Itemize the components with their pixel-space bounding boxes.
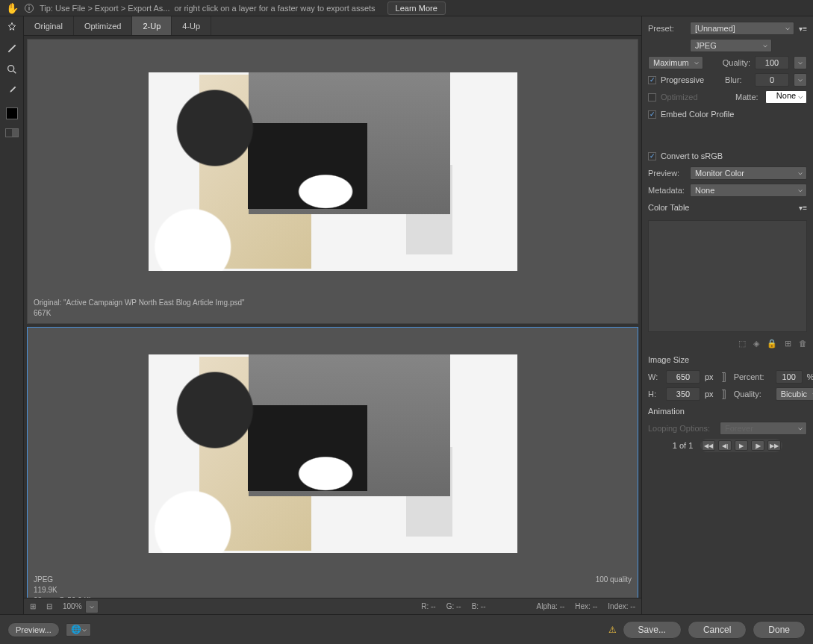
alpha-value: Alpha: -- [537, 602, 565, 610]
lock-icon[interactable]: 🔒 [767, 339, 777, 348]
embed-profile-checkbox[interactable] [648, 110, 656, 119]
compression-select[interactable]: Maximum [648, 56, 703, 69]
quality-dropdown[interactable] [794, 56, 807, 69]
ct-icon-1[interactable]: ⬚ [738, 339, 746, 348]
warning-icon[interactable]: ⚠ [608, 625, 617, 635]
preset-label: Preset: [648, 24, 685, 33]
status-bar: ⊞ ⊟ 100% R: -- G: -- B: -- Alpha: -- Hex… [24, 598, 641, 614]
percent-input[interactable] [776, 370, 803, 384]
width-input[interactable] [666, 370, 700, 384]
b-value: B: -- [472, 602, 486, 610]
ct-new-icon[interactable]: ⊞ [785, 339, 791, 348]
hand-icon: ✋ [6, 2, 19, 14]
convert-srgb-label: Convert to sRGB [661, 151, 723, 160]
optimized-checkbox [648, 93, 656, 101]
index-value: Index: -- [608, 602, 635, 610]
optimized-label: Optimized [661, 93, 698, 101]
width-label: W: [648, 372, 661, 381]
frame-indicator: 1 of 1 [673, 441, 694, 450]
original-title: Original: "Active Campaign WP North East… [34, 298, 632, 308]
zoom-value: 100% [63, 602, 82, 610]
image-size-title: Image Size [648, 352, 807, 367]
height-label: H: [648, 390, 661, 398]
foreground-color-swatch[interactable] [6, 107, 18, 119]
convert-srgb-checkbox[interactable] [648, 152, 656, 160]
svg-point-0 [7, 66, 13, 72]
optimized-size: 119.9K [34, 585, 632, 595]
top-tip-bar: ✋ i Tip: Use File > Export > Export As..… [0, 0, 813, 16]
link-dimensions-icon-2[interactable]: ⟧ [718, 388, 729, 400]
progressive-checkbox[interactable] [648, 76, 656, 84]
view-tabs: Original Optimized 2-Up 4-Up [24, 16, 641, 36]
ct-icon-2[interactable]: ◈ [753, 339, 759, 348]
height-unit: px [705, 390, 714, 398]
optimized-format: JPEG [34, 575, 632, 585]
prev-frame-button[interactable]: ◀| [718, 440, 732, 451]
animation-title: Animation [648, 404, 807, 419]
hand-tool[interactable] [3, 19, 21, 36]
width-unit: px [705, 372, 714, 381]
layout-icon-1[interactable]: ⊞ [30, 602, 36, 610]
percent-label: Percent: [734, 372, 771, 381]
preview-button[interactable]: Preview... [7, 622, 60, 637]
learn-more-button[interactable]: Learn More [387, 1, 446, 15]
preset-menu-icon[interactable]: ▾≡ [799, 25, 807, 33]
r-value: R: -- [421, 602, 435, 610]
save-button[interactable]: Save... [623, 621, 682, 639]
color-table-menu-icon[interactable]: ▾≡ [799, 204, 807, 212]
optimized-preview-panel[interactable]: 100 quality JPEG 119.9K 23 sec @ 56.6 Kb… [27, 327, 638, 612]
metadata-select[interactable]: None [690, 184, 807, 197]
looping-label: Looping Options: [648, 424, 715, 433]
first-frame-button[interactable]: ◀◀ [702, 440, 715, 451]
zoom-select[interactable] [85, 600, 99, 613]
link-dimensions-icon[interactable]: ⟧ [718, 371, 729, 383]
blur-dropdown[interactable] [794, 73, 807, 87]
preview-label: Preview: [648, 169, 685, 178]
tab-optimized[interactable]: Optimized [74, 16, 133, 35]
preview-select[interactable]: Monitor Color [690, 166, 807, 180]
next-frame-button[interactable]: |▶ [751, 440, 764, 451]
embed-profile-label: Embed Color Profile [661, 110, 734, 119]
quality-label: Quality: [723, 58, 750, 67]
metadata-label: Metadata: [648, 186, 685, 195]
slice-tool[interactable] [3, 40, 21, 57]
blur-label: Blur: [725, 75, 750, 84]
play-button[interactable]: ▶ [735, 440, 748, 451]
zoom-tool[interactable] [3, 61, 21, 78]
optimized-image [149, 354, 517, 553]
cancel-button[interactable]: Cancel [688, 621, 747, 639]
g-value: G: -- [446, 602, 461, 610]
original-image [149, 72, 517, 271]
tip-text: Tip: Use File > Export > Export As... or… [40, 4, 376, 13]
browser-select[interactable]: 🌐 [66, 623, 91, 637]
original-size: 667K [34, 308, 632, 319]
settings-panel: Preset: [Unnamed] ▾≡ JPEG Maximum Qualit… [641, 16, 813, 614]
tab-2up[interactable]: 2-Up [132, 16, 172, 35]
last-frame-button[interactable]: ▶▶ [767, 440, 781, 451]
matte-label: Matte: [735, 93, 761, 101]
color-table-title: Color Table [648, 200, 689, 215]
dialog-buttons: Preview... 🌐 ⚠ Save... Cancel Done [0, 614, 813, 644]
quality-input[interactable] [755, 56, 789, 69]
height-input[interactable] [666, 387, 700, 401]
toggle-slices-icon[interactable] [5, 128, 19, 137]
optimized-quality: 100 quality [596, 575, 632, 585]
left-toolbar [0, 16, 24, 614]
layout-icon-2[interactable]: ⊟ [46, 602, 52, 610]
format-select[interactable]: JPEG [690, 39, 772, 52]
progressive-label: Progressive [661, 75, 704, 84]
trash-icon[interactable]: 🗑 [799, 339, 807, 348]
original-preview-panel[interactable]: Original: "Active Campaign WP North East… [27, 39, 638, 324]
looping-select: Forever [720, 422, 807, 435]
eyedropper-tool[interactable] [3, 82, 21, 99]
tab-original[interactable]: Original [24, 16, 74, 35]
preview-area: Original: "Active Campaign WP North East… [24, 36, 641, 614]
tab-4up[interactable]: 4-Up [172, 16, 211, 35]
resample-quality-label: Quality: [734, 390, 771, 398]
hex-value: Hex: -- [575, 602, 597, 610]
preset-select[interactable]: [Unnamed] [690, 22, 794, 35]
done-button[interactable]: Done [753, 621, 806, 639]
blur-input[interactable] [755, 73, 789, 87]
matte-select[interactable]: None [765, 90, 807, 104]
resample-select[interactable]: Bicubic [776, 387, 813, 401]
